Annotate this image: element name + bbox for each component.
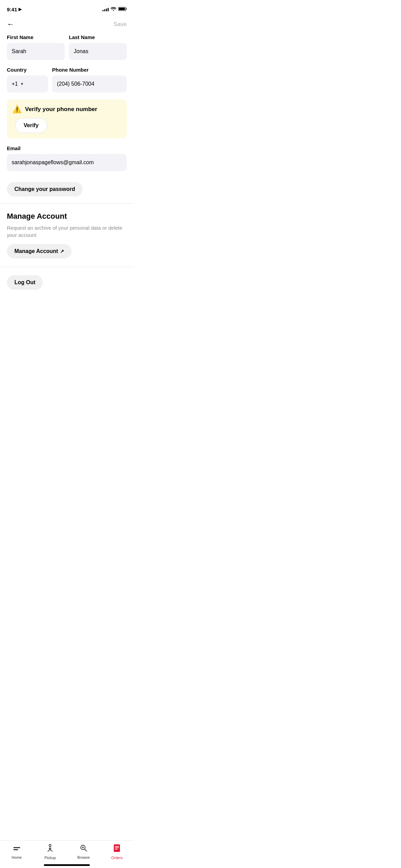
wifi-icon — [111, 7, 116, 12]
email-input[interactable] — [7, 154, 127, 171]
manage-account-btn-label: Manage Account — [14, 248, 58, 254]
status-time: 9:41 ▶ — [7, 7, 22, 12]
back-button[interactable]: ← — [7, 20, 14, 29]
scroll-content: First Name Last Name Country +1 ▼ Ph — [0, 34, 134, 327]
first-name-input[interactable] — [7, 43, 65, 60]
country-phone-row: Country +1 ▼ Phone Number — [7, 67, 127, 93]
first-name-group: First Name — [7, 34, 65, 60]
manage-account-section: Manage Account Request an archive of you… — [7, 212, 127, 258]
svg-rect-1 — [126, 8, 127, 10]
phone-label: Phone Number — [52, 67, 127, 73]
verify-banner: ⚠️ Verify your phone number Verify — [7, 99, 127, 138]
status-icons — [102, 7, 127, 12]
divider-2 — [0, 267, 134, 267]
form-content: First Name Last Name Country +1 ▼ Ph — [0, 34, 134, 290]
country-code: +1 — [12, 81, 18, 87]
manage-account-title: Manage Account — [7, 212, 127, 221]
warning-icon: ⚠️ — [12, 105, 22, 114]
country-select[interactable]: +1 ▼ — [7, 75, 48, 93]
last-name-group: Last Name — [69, 34, 127, 60]
save-button[interactable]: Save — [113, 21, 127, 28]
signal-bar-2 — [104, 9, 105, 11]
nav-header: ← Save — [0, 16, 134, 34]
battery-icon — [118, 7, 127, 12]
phone-input[interactable] — [52, 75, 127, 93]
signal-bar-3 — [106, 9, 107, 11]
last-name-label: Last Name — [69, 34, 127, 40]
chevron-down-icon: ▼ — [20, 82, 24, 86]
divider-1 — [0, 203, 134, 204]
verify-banner-title: Verify your phone number — [25, 106, 97, 113]
email-section: Email — [7, 145, 127, 177]
time-display: 9:41 — [7, 7, 17, 12]
signal-bar-4 — [108, 8, 109, 11]
last-name-input[interactable] — [69, 43, 127, 60]
manage-account-button[interactable]: Manage Account ↗ — [7, 244, 72, 258]
external-link-icon: ↗ — [60, 249, 64, 254]
location-icon: ▶ — [19, 7, 22, 12]
first-name-label: First Name — [7, 34, 65, 40]
country-group: Country +1 ▼ — [7, 67, 48, 93]
signal-bars — [102, 7, 109, 11]
status-bar: 9:41 ▶ — [0, 0, 134, 16]
phone-group: Phone Number — [52, 67, 127, 93]
manage-account-description: Request an archive of your personal data… — [7, 224, 127, 239]
country-label: Country — [7, 67, 48, 73]
change-password-button[interactable]: Change your password — [7, 182, 83, 196]
svg-rect-2 — [119, 8, 125, 10]
logout-button[interactable]: Log Out — [7, 275, 43, 290]
email-label: Email — [7, 145, 127, 151]
verify-button[interactable]: Verify — [15, 118, 47, 133]
signal-bar-1 — [102, 10, 104, 11]
verify-banner-header: ⚠️ Verify your phone number — [12, 105, 121, 114]
name-row: First Name Last Name — [7, 34, 127, 60]
logout-section: Log Out — [7, 275, 127, 290]
